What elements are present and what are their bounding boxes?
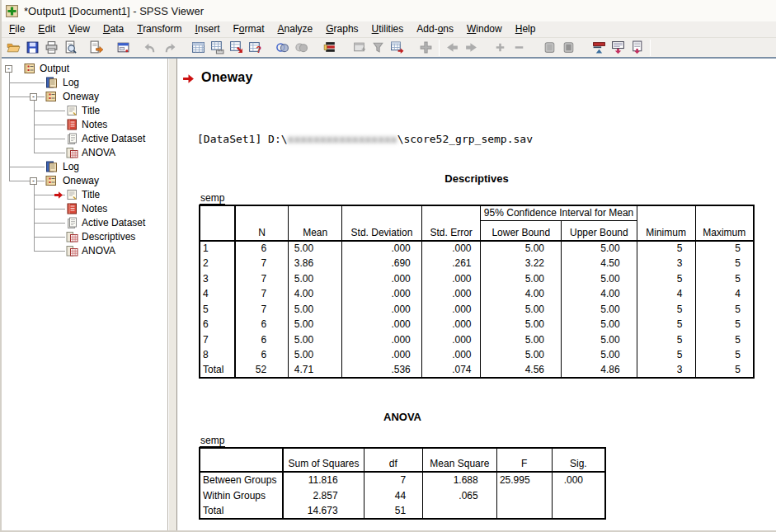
tree-item-log[interactable]: Log [2, 160, 167, 174]
tree-item-label: ANOVA [82, 245, 115, 257]
cell-value: .000 [342, 286, 422, 302]
row-label: Between Groups [200, 472, 283, 487]
show-item-icon [540, 39, 559, 56]
tree-expander[interactable]: - [30, 93, 37, 101]
row-label: 5 [200, 302, 235, 318]
descriptives-row: Total524.71.536.0744.564.8635 [200, 363, 754, 379]
cell-value [552, 487, 605, 503]
cell-value: .536 [342, 363, 422, 379]
menu-analyze[interactable]: Analyze [271, 21, 320, 37]
row-label: 7 [200, 332, 235, 348]
tree-connector-line [34, 111, 65, 111]
select-last-output-icon[interactable] [321, 39, 340, 56]
tree-item-active-dataset[interactable]: Active Dataset [2, 216, 167, 230]
menu-edit[interactable]: Edit [31, 21, 62, 37]
variables-icon[interactable] [227, 39, 246, 56]
tree-item-output[interactable]: -Output [2, 62, 167, 76]
tree-item-anova[interactable]: ANOVA [2, 244, 167, 258]
cell-value: .690 [342, 256, 422, 271]
descriptives-table[interactable]: NMeanStd. DeviationStd. Error95% Confide… [199, 205, 755, 379]
nav-left-icon [443, 39, 462, 56]
goto-data-icon[interactable] [189, 39, 208, 56]
current-item-arrow-icon [54, 191, 63, 200]
dataset-path-prefix: [DataSet1] D:\ [197, 133, 288, 145]
tree-item-log[interactable]: Log [2, 76, 167, 90]
menu-view[interactable]: View [62, 21, 96, 37]
descriptives-row: 375.00.000.0005.005.0055 [200, 271, 754, 287]
tree-item-notes[interactable]: Notes [2, 202, 167, 216]
tree-expander[interactable]: - [5, 65, 12, 73]
cell-value: 5.00 [481, 317, 562, 332]
cell-value: 5 [695, 347, 754, 363]
tree-item-descriptives[interactable]: Descriptives [2, 230, 167, 244]
menu-data[interactable]: Data [96, 21, 130, 37]
tree-item-anova[interactable]: ANOVA [2, 146, 167, 160]
anova-row: Between Groups11.81671.68825.995.000 [200, 472, 605, 487]
cell-value: .000 [342, 302, 422, 318]
dataset-log-line: [DataSet1] D:\xxxxxxxxxxxxxxxxx\score52_… [197, 133, 533, 145]
tree-item-active-dataset[interactable]: Active Dataset [2, 132, 167, 146]
use-sets-icon[interactable] [273, 39, 292, 56]
cell-value: .000 [552, 472, 605, 487]
find-icon[interactable]: ? [246, 39, 265, 56]
dataset-path-suffix: \score52_grp_semp.sav [397, 133, 533, 145]
tree-item-oneway[interactable]: -Oneway [2, 90, 167, 104]
cell-value: 5 [637, 332, 695, 348]
cell-value: 5.00 [289, 317, 342, 332]
tree-item-title[interactable]: Title [2, 188, 167, 202]
cell-value: 14.673 [283, 503, 364, 519]
menu-file[interactable]: File [2, 21, 31, 37]
export-icon[interactable] [87, 39, 106, 56]
outline-tree[interactable]: -OutputLog-OnewayTitleNotesActive Datase… [2, 59, 168, 530]
menu-insert[interactable]: Insert [188, 21, 226, 37]
save-icon[interactable] [23, 39, 42, 56]
menu-format[interactable]: Format [227, 21, 271, 37]
menu-graphs[interactable]: Graphs [319, 21, 364, 37]
spss-app-icon [5, 4, 19, 18]
print-icon[interactable] [42, 39, 61, 56]
cell-value: 4.56 [481, 363, 562, 379]
menu-help[interactable]: Help [509, 21, 543, 37]
collapse-icon[interactable] [590, 39, 609, 56]
expand-icon[interactable] [609, 39, 628, 56]
tree-item-title[interactable]: Title [2, 104, 167, 118]
cell-value: 44 [364, 487, 423, 503]
menu-add-ons[interactable]: Add-ons [410, 21, 460, 37]
menu-transform[interactable]: Transform [130, 21, 188, 37]
insert-table-icon[interactable] [388, 39, 407, 56]
goto-case-icon[interactable] [208, 39, 227, 56]
cell-value: 5 [695, 302, 754, 318]
output-viewer[interactable]: Oneway [DataSet1] D:\xxxxxxxxxxxxxxxxx\s… [177, 59, 776, 530]
anova-table[interactable]: Sum of SquaresdfMean SquareFSig.Between … [199, 447, 606, 520]
cell-value: 3 [637, 256, 695, 271]
move-down-icon[interactable] [628, 39, 647, 56]
anova-col-header: df [364, 448, 423, 472]
cell-value: 5.00 [562, 302, 637, 318]
print-preview-icon[interactable] [61, 39, 80, 56]
tree-connector-line [34, 209, 65, 210]
show-results-icon [369, 39, 388, 56]
open-icon[interactable] [4, 39, 23, 56]
tree-item-notes[interactable]: Notes [2, 118, 167, 132]
cell-value: 5.00 [562, 317, 637, 332]
descriptives-block: Descriptives semp NMeanStd. DeviationStd… [199, 172, 755, 379]
anova-row: Within Groups2.85744.065 [200, 487, 605, 503]
row-label: 8 [200, 347, 235, 363]
tree-item-oneway[interactable]: -Oneway [2, 174, 167, 188]
tree-item-label: Notes [82, 119, 107, 130]
menu-window[interactable]: Window [460, 21, 509, 37]
menu-utilities[interactable]: Utilities [365, 21, 411, 37]
cell-value: 5.00 [289, 302, 342, 318]
recall-dialog-icon[interactable] [114, 39, 133, 56]
anova-row: Total14.67351 [200, 503, 605, 519]
tree-expander[interactable]: - [30, 177, 37, 185]
descriptives-row: 165.00.000.0005.005.0055 [200, 241, 754, 257]
cell-value: 2.857 [283, 487, 364, 503]
descriptives-title: Descriptives [199, 172, 755, 185]
row-label: 1 [200, 241, 235, 257]
cell-value: 5.00 [562, 332, 637, 348]
pane-splitter[interactable] [168, 59, 177, 530]
tree-connector-line [34, 237, 65, 238]
tree-connector-line [34, 223, 65, 224]
tree-connector-line [9, 97, 45, 97]
